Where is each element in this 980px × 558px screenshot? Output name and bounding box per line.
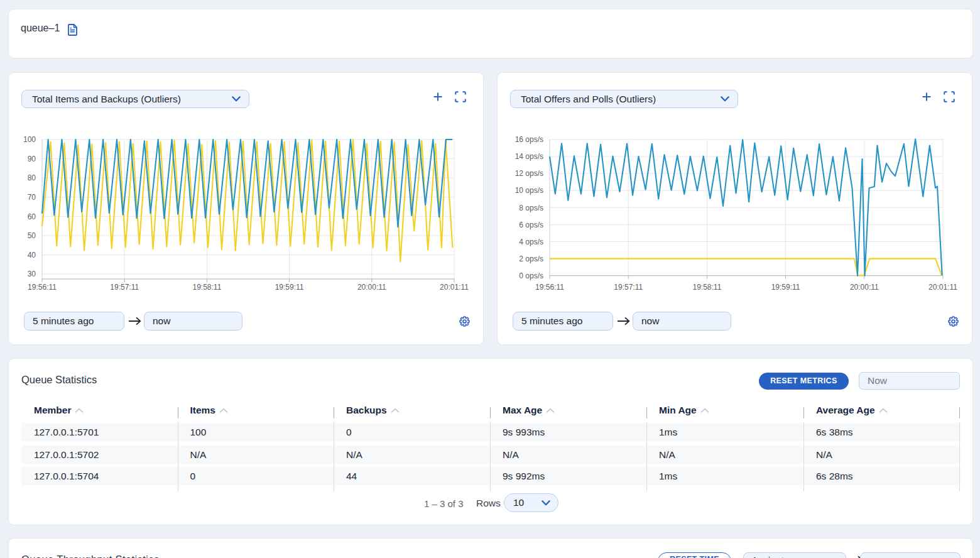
svg-text:19:59:11: 19:59:11 [771,283,800,292]
svg-text:8 ops/s: 8 ops/s [519,204,543,212]
svg-text:70: 70 [28,193,36,202]
svg-text:14 ops/s: 14 ops/s [515,152,543,161]
svg-text:19:57:11: 19:57:11 [614,283,643,292]
svg-text:16 ops/s: 16 ops/s [515,135,543,144]
svg-text:20:00:11: 20:00:11 [357,283,386,292]
svg-text:30: 30 [28,270,36,278]
svg-text:80: 80 [28,173,36,182]
svg-text:19:56:11: 19:56:11 [28,283,57,292]
svg-text:20:01:11: 20:01:11 [440,283,469,292]
svg-text:50: 50 [28,231,36,240]
svg-text:12 ops/s: 12 ops/s [515,169,543,178]
svg-text:6 ops/s: 6 ops/s [519,221,543,229]
svg-text:19:58:11: 19:58:11 [692,283,721,292]
svg-text:10 ops/s: 10 ops/s [515,186,543,195]
svg-text:0 ops/s: 0 ops/s [519,271,543,280]
svg-text:20:00:11: 20:00:11 [850,283,879,292]
svg-text:40: 40 [28,251,36,260]
svg-text:60: 60 [28,212,36,221]
svg-text:19:57:11: 19:57:11 [110,283,139,292]
svg-text:19:56:11: 19:56:11 [535,283,564,292]
svg-text:19:58:11: 19:58:11 [192,283,221,292]
svg-text:4 ops/s: 4 ops/s [519,238,543,246]
svg-text:100: 100 [23,135,36,144]
svg-text:90: 90 [28,155,36,163]
svg-text:2 ops/s: 2 ops/s [519,254,543,263]
svg-text:20:01:11: 20:01:11 [928,283,957,292]
svg-text:19:59:11: 19:59:11 [275,283,304,292]
